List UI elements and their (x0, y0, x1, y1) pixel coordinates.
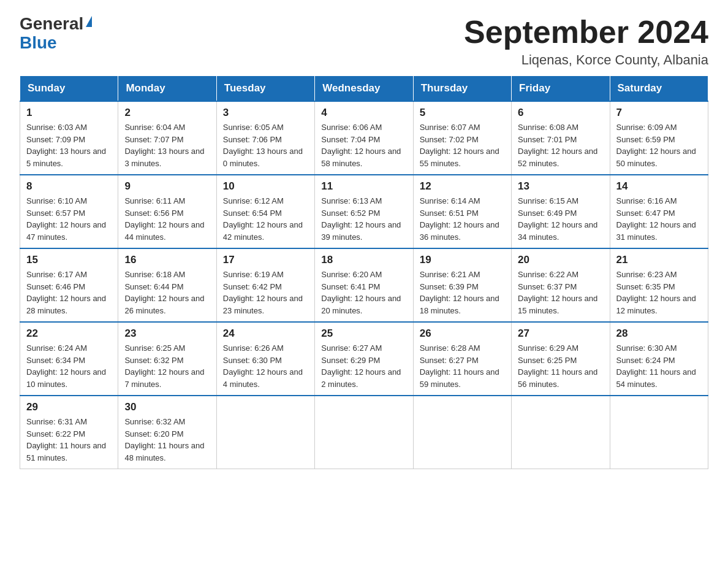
calendar-cell: 21Sunrise: 6:23 AMSunset: 6:35 PMDayligh… (610, 248, 708, 322)
day-info: Sunrise: 6:05 AMSunset: 7:06 PMDaylight:… (223, 121, 308, 169)
calendar-cell: 30Sunrise: 6:32 AMSunset: 6:20 PMDayligh… (118, 396, 216, 469)
calendar-cell: 14Sunrise: 6:16 AMSunset: 6:47 PMDayligh… (610, 175, 708, 248)
day-info: Sunrise: 6:04 AMSunset: 7:07 PMDaylight:… (124, 121, 210, 169)
day-info: Sunrise: 6:31 AMSunset: 6:22 PMDaylight:… (26, 416, 112, 464)
calendar-header-row: SundayMondayTuesdayWednesdayThursdayFrid… (20, 76, 708, 102)
calendar-cell: 25Sunrise: 6:27 AMSunset: 6:29 PMDayligh… (315, 322, 413, 396)
day-number: 30 (124, 401, 210, 413)
day-info: Sunrise: 6:08 AMSunset: 7:01 PMDaylight:… (518, 121, 603, 169)
day-info: Sunrise: 6:23 AMSunset: 6:35 PMDaylight:… (616, 269, 702, 316)
day-number: 7 (616, 107, 702, 119)
calendar-week-1: 1Sunrise: 6:03 AMSunset: 7:09 PMDaylight… (20, 101, 708, 175)
calendar-cell: 9Sunrise: 6:11 AMSunset: 6:56 PMDaylight… (118, 175, 216, 248)
day-number: 13 (518, 180, 603, 193)
day-number: 4 (321, 107, 406, 119)
day-number: 14 (616, 180, 702, 193)
day-number: 24 (223, 327, 308, 340)
day-number: 15 (26, 254, 112, 266)
day-number: 18 (321, 254, 406, 266)
logo-general: General (20, 15, 83, 34)
day-info: Sunrise: 6:22 AMSunset: 6:37 PMDaylight:… (518, 269, 603, 316)
weekday-header-sunday: Sunday (20, 76, 118, 102)
calendar-cell: 19Sunrise: 6:21 AMSunset: 6:39 PMDayligh… (413, 248, 511, 322)
calendar-cell: 28Sunrise: 6:30 AMSunset: 6:24 PMDayligh… (610, 322, 708, 396)
calendar-title: September 2024 (464, 15, 708, 50)
day-info: Sunrise: 6:21 AMSunset: 6:39 PMDaylight:… (420, 269, 505, 316)
calendar-week-2: 8Sunrise: 6:10 AMSunset: 6:57 PMDaylight… (20, 175, 708, 248)
day-number: 3 (223, 107, 308, 119)
calendar-cell (315, 396, 413, 469)
day-info: Sunrise: 6:17 AMSunset: 6:46 PMDaylight:… (26, 269, 112, 316)
calendar-cell: 22Sunrise: 6:24 AMSunset: 6:34 PMDayligh… (20, 322, 118, 396)
day-info: Sunrise: 6:10 AMSunset: 6:57 PMDaylight:… (26, 195, 112, 243)
logo-triangle-icon (86, 16, 92, 27)
calendar-cell: 16Sunrise: 6:18 AMSunset: 6:44 PMDayligh… (118, 248, 216, 322)
day-number: 10 (223, 180, 308, 193)
calendar-cell: 6Sunrise: 6:08 AMSunset: 7:01 PMDaylight… (512, 101, 610, 175)
calendar-cell: 11Sunrise: 6:13 AMSunset: 6:52 PMDayligh… (315, 175, 413, 248)
day-info: Sunrise: 6:14 AMSunset: 6:51 PMDaylight:… (420, 195, 505, 243)
day-info: Sunrise: 6:28 AMSunset: 6:27 PMDaylight:… (420, 342, 505, 390)
calendar-cell: 3Sunrise: 6:05 AMSunset: 7:06 PMDaylight… (216, 101, 314, 175)
calendar-cell: 23Sunrise: 6:25 AMSunset: 6:32 PMDayligh… (118, 322, 216, 396)
day-number: 9 (124, 180, 210, 193)
calendar-cell: 17Sunrise: 6:19 AMSunset: 6:42 PMDayligh… (216, 248, 314, 322)
day-info: Sunrise: 6:09 AMSunset: 6:59 PMDaylight:… (616, 121, 702, 169)
day-info: Sunrise: 6:18 AMSunset: 6:44 PMDaylight:… (124, 269, 210, 316)
calendar-cell (610, 396, 708, 469)
day-number: 19 (420, 254, 505, 266)
day-info: Sunrise: 6:03 AMSunset: 7:09 PMDaylight:… (26, 121, 112, 169)
calendar-cell: 20Sunrise: 6:22 AMSunset: 6:37 PMDayligh… (512, 248, 610, 322)
calendar-cell: 15Sunrise: 6:17 AMSunset: 6:46 PMDayligh… (20, 248, 118, 322)
title-block: September 2024 Liqenas, Korce County, Al… (464, 15, 708, 68)
day-info: Sunrise: 6:19 AMSunset: 6:42 PMDaylight:… (223, 269, 308, 316)
day-number: 11 (321, 180, 406, 193)
logo-blue: Blue (20, 34, 57, 53)
logo: General Blue (20, 15, 92, 53)
day-number: 21 (616, 254, 702, 266)
calendar-cell: 26Sunrise: 6:28 AMSunset: 6:27 PMDayligh… (413, 322, 511, 396)
calendar-cell: 29Sunrise: 6:31 AMSunset: 6:22 PMDayligh… (20, 396, 118, 469)
day-number: 28 (616, 327, 702, 340)
day-info: Sunrise: 6:13 AMSunset: 6:52 PMDaylight:… (321, 195, 406, 243)
calendar-cell: 12Sunrise: 6:14 AMSunset: 6:51 PMDayligh… (413, 175, 511, 248)
day-number: 23 (124, 327, 210, 340)
calendar-cell: 2Sunrise: 6:04 AMSunset: 7:07 PMDaylight… (118, 101, 216, 175)
calendar-cell: 27Sunrise: 6:29 AMSunset: 6:25 PMDayligh… (512, 322, 610, 396)
weekday-header-saturday: Saturday (610, 76, 708, 102)
calendar-subtitle: Liqenas, Korce County, Albania (464, 52, 708, 68)
calendar-cell: 18Sunrise: 6:20 AMSunset: 6:41 PMDayligh… (315, 248, 413, 322)
day-info: Sunrise: 6:15 AMSunset: 6:49 PMDaylight:… (518, 195, 603, 243)
day-info: Sunrise: 6:20 AMSunset: 6:41 PMDaylight:… (321, 269, 406, 316)
calendar-body: 1Sunrise: 6:03 AMSunset: 7:09 PMDaylight… (20, 101, 708, 469)
weekday-header-friday: Friday (512, 76, 610, 102)
day-info: Sunrise: 6:29 AMSunset: 6:25 PMDaylight:… (518, 342, 603, 390)
day-number: 2 (124, 107, 210, 119)
day-info: Sunrise: 6:07 AMSunset: 7:02 PMDaylight:… (420, 121, 505, 169)
day-info: Sunrise: 6:30 AMSunset: 6:24 PMDaylight:… (616, 342, 702, 390)
calendar-cell: 1Sunrise: 6:03 AMSunset: 7:09 PMDaylight… (20, 101, 118, 175)
calendar-cell (413, 396, 511, 469)
calendar-cell: 5Sunrise: 6:07 AMSunset: 7:02 PMDaylight… (413, 101, 511, 175)
day-number: 12 (420, 180, 505, 193)
weekday-header-monday: Monday (118, 76, 216, 102)
day-info: Sunrise: 6:12 AMSunset: 6:54 PMDaylight:… (223, 195, 308, 243)
calendar-week-5: 29Sunrise: 6:31 AMSunset: 6:22 PMDayligh… (20, 396, 708, 469)
day-info: Sunrise: 6:27 AMSunset: 6:29 PMDaylight:… (321, 342, 406, 390)
day-number: 17 (223, 254, 308, 266)
day-number: 20 (518, 254, 603, 266)
day-number: 25 (321, 327, 406, 340)
weekday-header-thursday: Thursday (413, 76, 511, 102)
day-info: Sunrise: 6:32 AMSunset: 6:20 PMDaylight:… (124, 416, 210, 464)
day-info: Sunrise: 6:06 AMSunset: 7:04 PMDaylight:… (321, 121, 406, 169)
weekday-header-tuesday: Tuesday (216, 76, 314, 102)
calendar-cell: 4Sunrise: 6:06 AMSunset: 7:04 PMDaylight… (315, 101, 413, 175)
header: General Blue September 2024 Liqenas, Kor… (20, 15, 708, 68)
day-info: Sunrise: 6:26 AMSunset: 6:30 PMDaylight:… (223, 342, 308, 390)
calendar-week-3: 15Sunrise: 6:17 AMSunset: 6:46 PMDayligh… (20, 248, 708, 322)
day-info: Sunrise: 6:24 AMSunset: 6:34 PMDaylight:… (26, 342, 112, 390)
day-info: Sunrise: 6:16 AMSunset: 6:47 PMDaylight:… (616, 195, 702, 243)
day-info: Sunrise: 6:25 AMSunset: 6:32 PMDaylight:… (124, 342, 210, 390)
calendar-cell: 7Sunrise: 6:09 AMSunset: 6:59 PMDaylight… (610, 101, 708, 175)
day-number: 8 (26, 180, 112, 193)
